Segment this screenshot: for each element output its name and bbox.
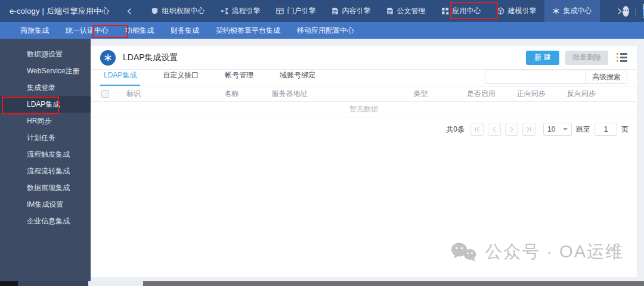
nav-item-label: 门户引擎 [287, 6, 316, 16]
sidebar-item-workflow-flow[interactable]: 流程流转集成 [0, 163, 91, 179]
search-box [485, 70, 586, 84]
nav-item-org-permission[interactable]: 组织权限中心 [143, 0, 213, 22]
sidebar-item-webservice[interactable]: WebService注册 [0, 63, 91, 79]
nav-item-label: 应用中心 [453, 6, 481, 16]
sidebar-item-ldap[interactable]: LDAP集成 [0, 96, 91, 113]
scrollbar-track [88, 281, 143, 286]
tabs-row: LDAP集成 自定义接口 帐号管理 域账号绑定 高级搜索 [91, 70, 637, 86]
column-header-server-address[interactable]: 服务器地址 [271, 89, 413, 99]
first-page-button[interactable] [470, 123, 484, 136]
chevron-down-icon [563, 128, 568, 130]
column-header-type[interactable]: 类型 [413, 89, 466, 99]
subnav-item-function-integration[interactable]: 功能集成 [117, 22, 162, 39]
nav-item-label: 内容引擎 [342, 6, 371, 16]
column-header-identifier[interactable]: 标识 [119, 89, 224, 99]
column-header-reverse-sync[interactable]: 反向同步 [567, 89, 626, 99]
subnav-item-unified-auth[interactable]: 统一认证中心 [57, 22, 117, 39]
column-header-name[interactable]: 名称 [224, 89, 271, 99]
page: e-cology | 后端引擎应用中心 组织权限中心 流程引擎 [0, 0, 644, 286]
table-header-row: 标识 名称 服务器地址 类型 是否启用 正向同步 反向同步 [91, 86, 637, 102]
sidebar-item-im-settings[interactable]: IM集成设置 [0, 196, 91, 213]
sidebar-item-sso-login[interactable]: 集成登录 [0, 79, 91, 96]
empty-state-row: 暂无数据 [91, 102, 637, 117]
nav-item-label: 公文管理 [397, 6, 426, 16]
shield-icon [151, 7, 159, 15]
page-size-value: 10 [547, 125, 555, 133]
subnav-item-finance-integration[interactable]: 财务集成 [162, 22, 208, 39]
divider: | [635, 7, 637, 15]
next-page-button[interactable] [505, 123, 518, 136]
integration-icon [552, 7, 560, 15]
total-count-label: 共0条 [446, 125, 465, 135]
nav-item-label: 流程引擎 [232, 6, 261, 16]
horizontal-scrollbar-thumb[interactable] [143, 281, 644, 286]
jump-to-label: 跳至 [576, 125, 590, 135]
search-area: 高级搜索 [485, 70, 627, 84]
page-title: LDAP集成设置 [123, 52, 178, 63]
search-input[interactable] [485, 71, 585, 83]
nav-item-content-engine[interactable]: 内容引擎 [324, 0, 379, 22]
panel-header: LDAP集成设置 新 建 批量删除 [91, 46, 637, 70]
sidebar-item-data-display[interactable]: 数据展现集成 [0, 179, 91, 196]
nav-item-app-center[interactable]: 应用中心 [434, 0, 489, 22]
nav-scroll-left-button[interactable] [126, 8, 132, 15]
nav-item-integration-center[interactable]: 集成中心 [544, 0, 600, 22]
wechat-icon [450, 241, 478, 263]
list-view-icon[interactable] [617, 53, 627, 62]
page-size-select[interactable]: 10 [543, 123, 572, 136]
ldap-module-icon [100, 50, 116, 66]
last-page-button[interactable] [522, 123, 535, 136]
watermark: 公众号 · OA运维 [450, 240, 624, 264]
bottom-strip-sidebar [18, 281, 88, 286]
page-number-input[interactable] [595, 123, 617, 136]
sub-navbar: 商旅集成 统一认证中心 功能集成 财务集成 契约锁签章平台集成 移动应用配置中心 [0, 22, 644, 39]
sidebar-item-workflow-trigger[interactable]: 流程触发集成 [0, 146, 91, 163]
panel-header-actions: 新 建 批量删除 [526, 51, 627, 65]
advanced-search-button[interactable]: 高级搜索 [586, 70, 627, 84]
nav-item-modeling-engine[interactable]: 建模引擎 [489, 0, 544, 22]
portal-icon [276, 7, 284, 15]
watermark-text: 公众号 · OA运维 [485, 240, 624, 264]
column-header-enabled[interactable]: 是否启用 [466, 89, 516, 99]
tab-domain-account-binding[interactable]: 域账号绑定 [276, 70, 319, 86]
sidebar-item-datasource[interactable]: 数据源设置 [0, 46, 91, 63]
tab-ldap-integration[interactable]: LDAP集成 [100, 70, 140, 86]
subnav-item-mobile-config[interactable]: 移动应用配置中心 [289, 22, 363, 39]
nav-item-label: 集成中心 [564, 6, 592, 16]
app-brand: e-cology | 后端引擎应用中心 [10, 6, 110, 17]
empty-state-text: 暂无数据 [349, 104, 378, 114]
chevron-left-icon [126, 8, 132, 15]
apps-icon [441, 7, 449, 15]
pagination: 共0条 10 [91, 123, 637, 136]
document-icon [386, 7, 394, 15]
chevron-right-icon [617, 8, 623, 15]
nav-item-label: 组织权限中心 [162, 6, 205, 16]
tab-custom-interface[interactable]: 自定义接口 [159, 70, 202, 86]
content-panel: LDAP集成设置 新 建 批量删除 LDAP集成 自定义接口 [91, 46, 637, 277]
nav-item-workflow-engine[interactable]: 流程引擎 [213, 0, 268, 22]
column-header-forward-sync[interactable]: 正向同步 [517, 89, 567, 99]
flow-icon [221, 7, 228, 15]
bottom-strip-dark [0, 281, 18, 286]
create-button[interactable]: 新 建 [526, 51, 559, 65]
sidebar-item-scheduled-tasks[interactable]: 计划任务 [0, 129, 91, 146]
more-options-icon[interactable]: ··· [623, 6, 629, 17]
subnav-item-qiyuesuo-platform[interactable]: 契约锁签章平台集成 [208, 22, 289, 39]
tab-account-management[interactable]: 帐号管理 [221, 70, 257, 86]
sidebar-item-hr-sync[interactable]: HR同步 [0, 113, 91, 129]
nav-item-official-doc[interactable]: 公文管理 [379, 0, 434, 22]
cube-icon [497, 7, 504, 15]
batch-delete-button[interactable]: 批量删除 [565, 51, 608, 65]
top-nav-items: 组织权限中心 流程引擎 门户引擎 内容引擎 [143, 0, 600, 22]
top-navbar: e-cology | 后端引擎应用中心 组织权限中心 流程引擎 [0, 0, 644, 22]
document-icon [332, 7, 339, 15]
subnav-item-business-travel[interactable]: 商旅集成 [12, 22, 57, 39]
sidebar-item-enterprise-info[interactable]: 企业信息集成 [0, 213, 91, 229]
sidebar: 数据源设置 WebService注册 集成登录 LDAP集成 HR同步 计划任务… [0, 39, 91, 281]
prev-page-button[interactable] [488, 123, 501, 136]
select-all-checkbox[interactable] [101, 90, 109, 98]
nav-scroll-right-button[interactable] [617, 8, 623, 15]
page-unit-label: 页 [621, 125, 628, 135]
nav-item-portal-engine[interactable]: 门户引擎 [268, 0, 324, 22]
nav-item-label: 建模引擎 [508, 6, 537, 16]
